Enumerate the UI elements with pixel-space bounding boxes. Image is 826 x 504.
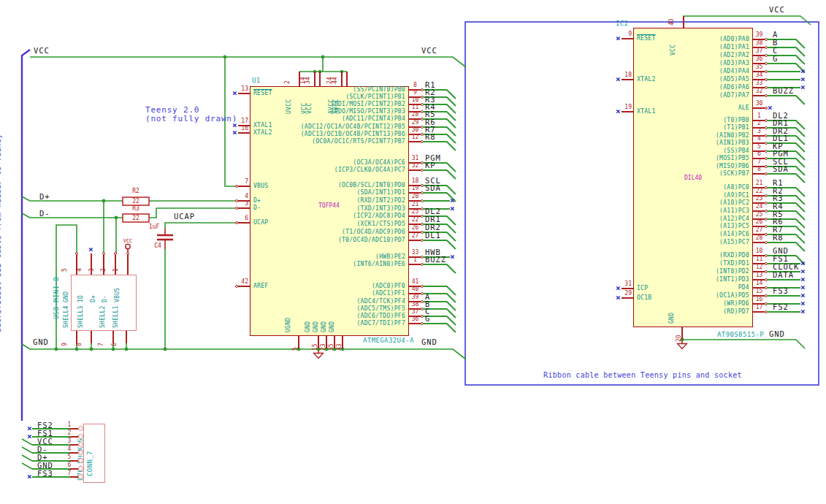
ic2-pin-4-name: (AIN1)PB3 xyxy=(647,140,749,147)
vcc-symbol-label: VCC xyxy=(121,237,135,245)
u1-pin-9-name: (SCLK/PCINT1)PB1 xyxy=(285,93,405,101)
u1-pin-31-number: 31 xyxy=(410,155,421,162)
pin-stub xyxy=(753,311,765,313)
u1-pin-21-number: 21 xyxy=(410,201,421,208)
pin-stub xyxy=(112,331,114,343)
wire xyxy=(767,47,796,48)
wire xyxy=(767,242,796,243)
u1-pin-39-name: (ADC4/TCK)PF4 xyxy=(285,298,405,305)
pin-stub xyxy=(409,141,421,142)
conn7-pin-2-number: 2 xyxy=(64,429,74,437)
ic2-pin-11-number: 11 xyxy=(754,256,765,263)
no-connect-icon: × xyxy=(450,253,455,261)
con1-pin-8-number: 8 xyxy=(76,343,83,346)
u1-pin-29-name: (ADC12/OC1A/OC4B/PCINT12)PB5 xyxy=(285,123,405,131)
u1-pin-28-number: 28 xyxy=(410,111,421,118)
u1-pin-44-name: AVCC xyxy=(333,99,340,114)
con1-pin-3-name: D+ xyxy=(90,295,97,302)
u1-pin-2-number: 2 xyxy=(284,80,291,84)
wire xyxy=(767,71,800,72)
ic2-pin-28-name: (A15)PC7 xyxy=(647,239,749,246)
u1-pin-1-number: 1 xyxy=(410,256,421,264)
u1-pin-12-name: (OC0A/OC1C/RTS/PCINT7)PB7 xyxy=(285,138,405,145)
wire xyxy=(423,192,447,194)
net-label-BUZZ: BUZZ xyxy=(425,255,446,264)
ic2-pin-16-name: (WR)PD6 xyxy=(647,300,749,308)
pin-end xyxy=(765,107,768,110)
wire xyxy=(423,323,447,324)
ic2-pin-39-number: 39 xyxy=(754,31,765,39)
ic2-pin-38-number: 38 xyxy=(754,39,765,47)
ic2-pin-23-number: 23 xyxy=(754,195,765,202)
pin-stub xyxy=(91,331,92,343)
con1-pin-9-number: 9 xyxy=(61,343,69,346)
pin-end xyxy=(114,252,117,255)
ic2-pin-19-number: 19 xyxy=(619,104,632,111)
ic2-pin-38-name: (AD1)PA1 xyxy=(647,44,749,51)
u1-pin-9-number: 9 xyxy=(410,89,421,96)
conn7-pin-circle xyxy=(78,474,83,479)
conn7-pin-1-number: 1 xyxy=(64,421,74,429)
pin-stub xyxy=(341,72,343,86)
net-label-DL1: DL1 xyxy=(425,231,441,240)
ic2-pin-17-name: (RD)PD7 xyxy=(647,308,749,316)
con1-pin-6-name: SHELL1 xyxy=(112,305,120,328)
wire xyxy=(767,279,800,280)
ic2-pin-10-number: 10 xyxy=(754,248,765,255)
ic2-pin-17-number: 17 xyxy=(754,304,765,311)
pin-stub xyxy=(238,207,250,209)
u1-pin-7-name: VBUS xyxy=(253,183,268,190)
r2-reference: R2 xyxy=(123,188,149,195)
conn7-pin-5-number: 5 xyxy=(64,454,74,461)
pin-stub xyxy=(622,38,633,39)
net-label-vcc-ic2: VCC xyxy=(769,5,785,14)
u1-pin-38-name: (ADC5/TMS)PF5 xyxy=(285,305,405,313)
conn7-pin-4-number: 4 xyxy=(64,446,74,453)
ic2-pin-28-number: 28 xyxy=(754,234,765,242)
r3-reference: R3 xyxy=(123,205,149,213)
c4-reference: C4 xyxy=(150,243,166,250)
con1-pin-5-number: 5 xyxy=(61,268,69,272)
u1-reference: U1 xyxy=(252,77,261,84)
ic2-pin-37-name: (AD2)PA2 xyxy=(647,52,749,59)
conn7-pin-circle xyxy=(78,442,83,447)
u1-pin-6-name: UCAP xyxy=(253,219,268,226)
con1-pin-5-name: GND xyxy=(63,291,70,302)
ic2-pin-13-name: (INT1)PD3 xyxy=(647,276,749,283)
ic2-pin-5-number: 5 xyxy=(754,143,765,150)
u1-pin-20-name: (RXD/INT2)PD2 xyxy=(285,197,405,205)
capacitor-symbol xyxy=(157,235,173,240)
ic2-pin-4-number: 4 xyxy=(754,135,765,142)
net-label-vcc-right: VCC xyxy=(421,46,437,55)
wire xyxy=(767,79,800,80)
ic2-pin-31-number: 31 xyxy=(619,280,632,288)
ic2-pin-37-number: 37 xyxy=(754,47,765,55)
u1-pin-35-number: 35 xyxy=(328,343,335,351)
ic2-pin-22-name: (A9)PC1 xyxy=(647,192,749,199)
ribbon-note: Ribbon cable between Teensy pins and soc… xyxy=(467,371,818,380)
ic2-pin-15-name: (OC1A)PD5 xyxy=(647,292,749,299)
wire xyxy=(423,200,450,202)
pin-stub xyxy=(238,286,250,287)
wire xyxy=(767,311,800,313)
wire xyxy=(767,173,796,175)
ic2-pin-5-name: (SS)PB4 xyxy=(647,148,749,155)
u1-pin-18-number: 18 xyxy=(410,177,421,185)
ic2-pin-39-name: (AD0)PA0 xyxy=(647,36,749,43)
ic2-pin-1-number: 1 xyxy=(754,112,765,120)
u1-pin-35-name: GND xyxy=(321,321,328,332)
pin-stub xyxy=(319,72,321,86)
pin-stub xyxy=(409,169,421,171)
con1-pin-1-name: VBUS xyxy=(114,288,121,302)
pin-end xyxy=(126,252,129,255)
pin-end xyxy=(75,252,78,255)
ic2-pin-35-number: 35 xyxy=(754,64,765,71)
ic2-pin-32-name: (AD7)PA7 xyxy=(647,92,749,99)
pin-stub xyxy=(753,173,765,175)
u1-pin-38-number: 38 xyxy=(410,301,421,308)
ic2-pin-2-number: 2 xyxy=(754,120,765,127)
u1-pin-16-number: 16 xyxy=(236,125,248,132)
ic2-pin-16-number: 16 xyxy=(754,296,765,303)
pin-end xyxy=(102,252,105,255)
wire xyxy=(767,295,800,297)
